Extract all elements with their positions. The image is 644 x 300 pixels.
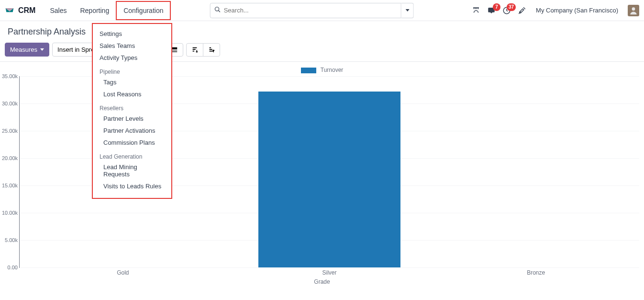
menu-commission-plans[interactable]: Commission Plans — [93, 137, 171, 149]
menu-settings[interactable]: Settings — [93, 28, 171, 40]
section-lead-generation: Lead Generation — [93, 149, 171, 161]
svg-rect-8 — [172, 50, 178, 52]
top-icons: 7 37 My Company (San Francisco) — [472, 5, 639, 16]
configuration-dropdown: Settings Sales Teams Activity Types Pipe… — [92, 23, 172, 199]
sort-desc-icon — [191, 46, 198, 53]
messages-icon[interactable]: 7 — [487, 6, 496, 15]
y-tick: 30.00k — [0, 101, 18, 106]
menu-activity-types[interactable]: Activity Types — [93, 52, 171, 64]
sort-asc-button[interactable] — [203, 43, 220, 57]
legend-label: Turnover — [321, 67, 344, 73]
svg-point-0 — [215, 7, 219, 11]
menu-tags[interactable]: Tags — [93, 76, 171, 88]
menu-partner-activations[interactable]: Partner Activations — [93, 125, 171, 137]
sort-asc-icon — [208, 46, 215, 53]
x-tick: Gold — [117, 269, 129, 276]
section-resellers: Resellers — [93, 100, 171, 113]
section-pipeline: Pipeline — [93, 64, 171, 76]
y-tick: 20.00k — [0, 155, 18, 161]
nav-configuration[interactable]: Configuration — [116, 1, 171, 20]
search-icon — [214, 6, 221, 14]
messages-badge: 7 — [493, 3, 500, 11]
chevron-down-icon — [40, 48, 44, 51]
topbar: CRM Sales Reporting Configuration 7 37 M… — [0, 0, 644, 21]
search-input-wrap[interactable] — [210, 3, 401, 18]
y-tick: 10.00k — [0, 210, 18, 216]
x-tick: Bronze — [527, 269, 545, 276]
measures-label: Measures — [10, 46, 37, 53]
chevron-down-icon — [405, 9, 409, 12]
y-tick: 15.00k — [0, 183, 18, 188]
sort-desc-button[interactable] — [186, 43, 203, 57]
activities-icon[interactable]: 37 — [502, 6, 511, 15]
search-container — [210, 3, 414, 18]
search-input[interactable] — [224, 7, 397, 14]
company-name[interactable]: My Company (San Francisco) — [536, 7, 618, 14]
legend-swatch — [301, 68, 316, 73]
menu-visits-leads[interactable]: Visits to Leads Rules — [93, 180, 171, 192]
search-dropdown-button[interactable] — [401, 3, 414, 18]
svg-rect-7 — [172, 47, 178, 49]
app-logo-icon — [5, 7, 14, 14]
y-tick: 5.00k — [0, 237, 18, 243]
x-tick: Silver — [322, 269, 336, 276]
menu-partner-levels[interactable]: Partner Levels — [93, 113, 171, 125]
menu-lead-mining[interactable]: Lead Mining Requests — [93, 161, 171, 180]
x-axis-label: Grade — [0, 278, 644, 285]
svg-point-3 — [632, 7, 635, 11]
svg-line-1 — [218, 11, 220, 12]
y-tick: 0.00 — [0, 265, 18, 270]
page-title: Partnership Analysis — [8, 27, 86, 37]
menu-lost-reasons[interactable]: Lost Reasons — [93, 88, 171, 100]
nav-reporting[interactable]: Reporting — [73, 2, 116, 19]
brand[interactable]: CRM — [18, 6, 35, 15]
measures-button[interactable]: Measures — [5, 43, 49, 57]
chart-bar[interactable] — [258, 92, 401, 267]
sort-group — [186, 43, 220, 57]
y-tick: 25.00k — [0, 128, 18, 134]
menu-sales-teams[interactable]: Sales Teams — [93, 40, 171, 52]
tools-icon[interactable] — [518, 6, 526, 15]
nav-sales[interactable]: Sales — [43, 2, 73, 19]
y-tick: 35.00k — [0, 73, 18, 79]
voip-icon[interactable] — [472, 6, 480, 15]
activities-badge: 37 — [507, 3, 516, 11]
avatar[interactable] — [628, 5, 639, 16]
